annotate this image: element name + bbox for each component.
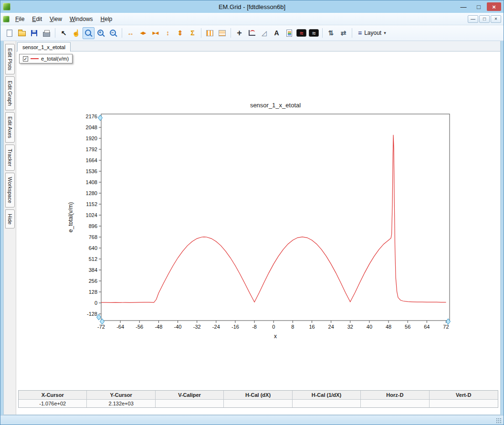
waveform-view-button[interactable]: ≈ [308,27,320,39]
menu-view[interactable]: View [46,14,66,24]
x-tick-label: 40 [367,324,372,330]
chart-title: sensor_1_x_etotal [250,102,301,109]
new-file-button[interactable] [3,27,15,39]
maximize-button[interactable]: □ [472,2,486,11]
menu-edit[interactable]: Edit [28,14,46,24]
zoom-out-sign: − [111,30,114,35]
y-tick-label: 512 [89,256,97,262]
y-tick-label: 640 [89,245,97,251]
plot-columns-button[interactable] [204,27,216,39]
zoom-out-button[interactable]: − [107,27,119,39]
spectrum-view-icon: ≈ [296,29,306,37]
x-tick-label: -8 [252,324,257,330]
menu-windows[interactable]: Windows [66,14,97,24]
legend-checkbox[interactable]: ✓ [23,56,28,62]
select-cursor-button[interactable]: ↖ [58,27,70,39]
zoom-window-icon [84,29,93,37]
expand-horizontal-icon: ◀▶ [140,31,146,35]
expand-vertical-button[interactable]: ⇕ [174,27,186,39]
tab-sensor-1-x-etotal[interactable]: sensor_1_x_etotal [17,42,71,52]
slope-marker-icon: ◿ [262,30,267,36]
y-tick-label: 1792 [86,146,97,152]
toolbar-separator [231,28,231,38]
y-tick-label: -128 [87,311,97,317]
plot-table-icon [219,30,226,36]
chart[interactable]: sensor_1_x_etotal-1280128256384512640768… [66,98,462,343]
x-tick-label: 24 [328,324,334,330]
layout-label: Layout [364,30,381,36]
horizontal-caliper-button[interactable]: ⇄ [337,27,349,39]
mdi-minimize-button[interactable]: — [468,15,478,23]
x-tick-label: -48 [155,324,162,330]
plot-canvas: ✓ e_total(v/m) sensor_1_x_etotal-1280128… [16,52,500,387]
text-annotation-button[interactable]: A [271,27,283,39]
cursor-table-header-row: X-CursorY-CursorV-CaliperH-Cal (dX)H-Cal… [19,391,498,400]
resize-grip-icon[interactable] [496,418,502,424]
cursor-col-h-cal-dx: H-Cal (dX) [224,391,292,399]
sidebar-tab-edit-graph[interactable]: Edit Graph [5,76,15,110]
print-icon [43,32,50,37]
compress-horizontal-button[interactable]: ▶◀ [149,27,161,39]
x-tick-label: -24 [212,324,220,330]
mdi-restore-button[interactable]: □ [479,15,490,23]
horizontal-caliper-icon: ⇄ [341,30,346,36]
crosshair-button[interactable]: + [233,27,245,39]
zoom-window-button[interactable] [83,27,94,39]
main-area: Edit PlotsEdit GraphEdit AxesTrackerWork… [3,41,501,415]
app-window: EM.Grid - [fdtdlesson6b] — □ × FileEditV… [0,0,504,425]
sidebar-tab-workspace[interactable]: Workspace [5,173,15,207]
x-tick-label: 0 [272,324,275,330]
spectrum-view-button[interactable]: ≈ [295,27,307,39]
document-icon [3,16,10,22]
cursor-table-value-row: -1.076e+022.132e+03 [19,400,498,407]
scroll-vertical-button[interactable]: ↕ [162,27,174,39]
print-button[interactable] [41,27,52,39]
pan-hand-button[interactable]: ☝ [70,27,82,39]
save-file-button[interactable] [28,27,40,39]
report-page-button[interactable] [283,27,295,39]
zoom-out-icon: − [109,29,117,37]
open-file-button[interactable] [16,27,28,39]
plot-table-button[interactable] [216,27,228,39]
sidebar-tab-edit-plots[interactable]: Edit Plots [5,44,15,74]
mdi-window-controls: —□× [468,15,501,23]
x-tick-label: -72 [97,324,105,330]
vertical-caliper-button[interactable]: ⇅ [325,27,337,39]
scroll-horizontal-button[interactable]: ↔ [125,27,136,39]
toolbar-separator [122,28,122,38]
zoom-in-button[interactable]: + [95,27,107,39]
x-tick-label: -64 [116,324,124,330]
crosshair-icon: + [237,29,242,37]
sidebar-tab-hide[interactable]: Hide [5,209,15,229]
legend-line-sample [31,58,39,59]
sidebar-tab-tracker[interactable]: Tracker [5,145,15,171]
autoscale-button[interactable]: Σ [187,27,199,39]
window-controls: — □ × [456,2,501,11]
titlebar: EM.Grid - [fdtdlesson6b] — □ × [0,0,504,13]
cursor-readout-table: X-CursorY-CursorV-CaliperH-Cal (dX)H-Cal… [18,390,498,408]
cursor-col-y-cursor: Y-Cursor [87,391,155,399]
cursor-value-h-cal-dx [224,400,292,407]
axes-marker-button[interactable] [246,27,258,39]
plot-area[interactable] [101,114,450,321]
layout-menu-button[interactable]: ≡Layout▾ [355,27,389,39]
cursor-value-horz-d [361,400,429,407]
minimize-button[interactable]: — [456,2,471,11]
menu-help[interactable]: Help [97,14,116,24]
toolbar-separator [201,28,201,38]
sidebar-tab-edit-axes[interactable]: Edit Axes [5,112,15,143]
menu-file[interactable]: File [11,14,28,24]
expand-horizontal-button[interactable]: ◀▶ [137,27,149,39]
y-tick-label: 768 [89,234,97,240]
zoom-in-icon: + [97,29,105,37]
x-tick-label: 64 [424,324,430,330]
mdi-close-button[interactable]: × [491,15,501,23]
axes-marker-icon [249,30,255,36]
cursor-value-x-cursor: -1.076e+02 [19,400,87,407]
y-tick-label: 1664 [86,157,97,163]
close-button[interactable]: × [487,2,501,11]
document-area: sensor_1_x_etotal ✓ e_total(v/m) sensor_… [16,41,500,415]
y-axis-label: e_total(v/m) [67,202,74,232]
slope-marker-button[interactable]: ◿ [258,27,270,39]
cursor-col-v-caliper: V-Caliper [156,391,224,399]
